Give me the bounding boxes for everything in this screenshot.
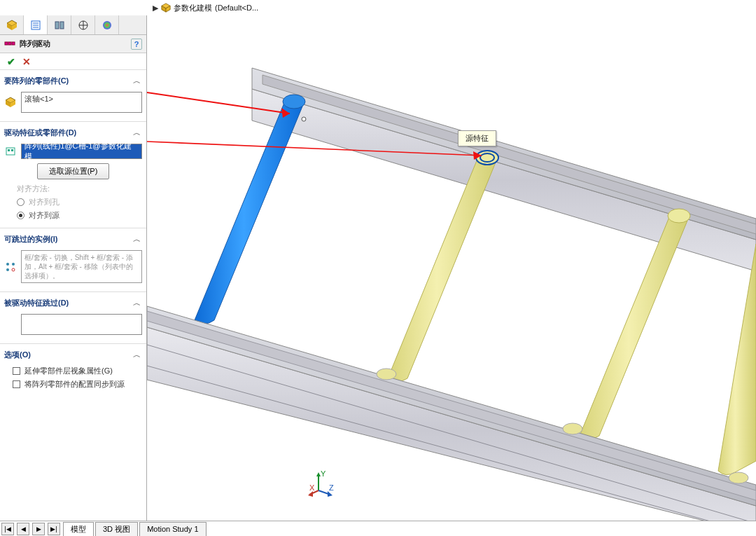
svg-marker-29 [252, 89, 756, 271]
svg-marker-38 [147, 327, 756, 534]
svg-rect-10 [55, 22, 59, 29]
tab-configuration-manager[interactable] [48, 15, 71, 34]
section-components-title: 要阵列的零部件(C) [4, 76, 69, 86]
tab-feature-tree[interactable] [0, 15, 24, 34]
svg-point-25 [6, 263, 9, 266]
chevron-up-icon[interactable]: ︿ [133, 234, 141, 245]
side-tabs [0, 15, 146, 35]
bottom-tab-motion[interactable]: Motion Study 1 [139, 522, 206, 536]
svg-point-27 [6, 268, 9, 271]
bottom-tab-3dview[interactable]: 3D 视图 [95, 522, 138, 536]
svg-text:X: X [309, 483, 315, 492]
section-components: 要阵列的零部件(C) ︿ 滚轴<1> [0, 70, 146, 122]
svg-point-15 [103, 21, 111, 29]
svg-rect-18 [12, 42, 15, 45]
chevron-up-icon[interactable]: ︿ [133, 128, 141, 138]
option-propagate-visual-checkbox[interactable]: 延伸零部件层视象属性(G) [3, 364, 144, 378]
bottom-tab-bar: |◀ ◀ ▶ ▶| 模型 3D 视图 Motion Study 1 [0, 521, 756, 536]
tabs-next-button[interactable]: ▶ [32, 523, 45, 535]
driven-skipped-box[interactable] [21, 314, 142, 335]
pattern-driven-icon [4, 39, 15, 50]
breadcrumb-arrow-icon: ▶ [153, 4, 158, 13]
components-selection-box[interactable]: 滚轴<1> [21, 92, 142, 113]
section-skip-title: 可跳过的实例(I) [4, 234, 57, 245]
section-driven-skipped: 被驱动特征跳过(D) ︿ [0, 292, 146, 344]
cancel-button[interactable]: ✕ [22, 56, 31, 67]
section-driver-title: 驱动特征或零部件(D) [4, 128, 76, 138]
chevron-up-icon[interactable]: ︿ [133, 76, 141, 86]
svg-rect-23 [8, 149, 10, 151]
svg-point-34 [302, 117, 306, 121]
svg-rect-24 [11, 149, 13, 151]
svg-point-32 [283, 95, 305, 109]
svg-rect-17 [8, 42, 11, 45]
breadcrumb-doc-name[interactable]: 参数化建模 [174, 3, 212, 13]
section-skip-instances: 可跳过的实例(I) ︿ 框/套索 - 切换，Shift + 框/套索 - 添加，… [0, 228, 146, 292]
svg-rect-16 [5, 42, 8, 45]
svg-line-45 [147, 366, 756, 534]
ok-button[interactable]: ✔ [7, 56, 15, 67]
svg-marker-55 [328, 491, 332, 497]
feature-title-bar: 阵列驱动 ? [0, 35, 146, 53]
svg-point-43 [729, 472, 748, 483]
tabs-last-button[interactable]: ▶| [48, 523, 60, 535]
graphics-viewport[interactable]: 源特征 Y X Z [147, 15, 756, 536]
svg-point-42 [563, 423, 582, 434]
source-feature-tooltip: 源特征 [458, 130, 496, 146]
section-driver: 驱动特征或零部件(D) ︿ 阵列(线性)1@C槽-1@参数化建模 选取源位置(P… [0, 122, 146, 228]
bottom-tab-model[interactable]: 模型 [63, 522, 94, 536]
svg-rect-22 [6, 148, 15, 155]
chevron-up-icon[interactable]: ︿ [133, 350, 141, 360]
help-button[interactable]: ? [131, 39, 142, 50]
feature-link-icon [4, 146, 17, 157]
svg-text:Y: Y [321, 469, 326, 478]
option-sync-config-checkbox[interactable]: 将阵列零部件的配置同步到源 [3, 378, 144, 391]
svg-point-41 [377, 369, 396, 380]
model-render [147, 15, 756, 534]
tabs-first-button[interactable]: |◀ [1, 523, 14, 535]
view-triad-icon[interactable]: Y X Z [308, 469, 336, 497]
svg-text:Z: Z [329, 483, 334, 492]
svg-rect-11 [60, 22, 64, 29]
tab-property-manager[interactable] [24, 15, 48, 34]
svg-line-44 [147, 345, 756, 523]
svg-point-28 [12, 268, 15, 271]
section-driven-skipped-title: 被驱动特征跳过(D) [4, 298, 69, 308]
section-options: 选项(O) ︿ 延伸零部件层视象属性(G) 将阵列零部件的配置同步到源 [0, 344, 146, 398]
breadcrumb-config: (Default<D... [215, 4, 258, 12]
align-method-label: 对齐方法: [17, 184, 144, 194]
svg-point-37 [668, 209, 690, 223]
tab-dimxpert-manager[interactable] [71, 15, 95, 34]
svg-point-26 [12, 263, 15, 266]
property-manager-panel: 阵列驱动 ? ✔ ✕ 要阵列的零部件(C) ︿ 滚轴<1> [0, 15, 147, 536]
breadcrumb: ▶ 参数化建模 (Default<D... [0, 0, 756, 15]
feature-title-label: 阵列驱动 [20, 39, 50, 49]
skip-instances-icon [4, 261, 17, 273]
skip-instances-box[interactable]: 框/套索 - 切换，Shift + 框/套索 - 添加，Alt + 框/套索 -… [21, 250, 142, 283]
assembly-icon [161, 3, 171, 13]
confirm-row: ✔ ✕ [0, 53, 146, 70]
component-icon [4, 97, 17, 108]
chevron-up-icon[interactable]: ︿ [133, 298, 141, 308]
svg-marker-40 [147, 311, 756, 500]
svg-marker-53 [308, 491, 313, 497]
select-seed-position-button[interactable]: 选取源位置(P) [37, 163, 110, 179]
tabs-prev-button[interactable]: ◀ [17, 523, 29, 535]
tab-display-manager[interactable] [95, 15, 119, 34]
align-to-source-radio[interactable]: 对齐到源 [17, 210, 144, 221]
section-options-title: 选项(O) [4, 350, 31, 360]
align-to-hole-radio: 对齐到孔 [17, 197, 144, 207]
driving-feature-selection-box[interactable]: 阵列(线性)1@C槽-1@参数化建模 [21, 144, 142, 159]
